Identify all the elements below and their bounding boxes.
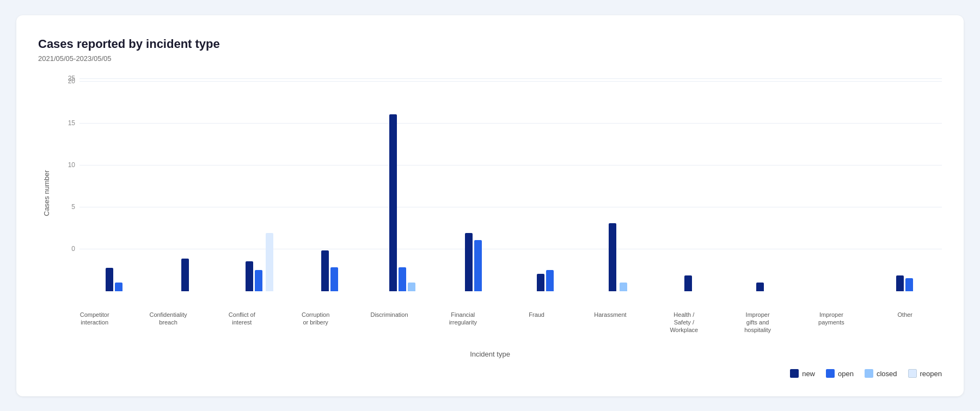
bar-open: [474, 240, 482, 291]
bars-area: [79, 79, 942, 308]
bar-group: [151, 259, 223, 291]
bar-group: [726, 283, 798, 291]
x-label: Confidentialitybreach: [131, 311, 205, 334]
x-labels: CompetitorinteractionConfidentialitybrea…: [58, 311, 942, 334]
x-label: Discrimination: [352, 311, 426, 334]
bar-group: [583, 223, 654, 291]
bar-group: [367, 114, 439, 291]
legend-item-closed: closed: [865, 369, 897, 378]
bar-group: [654, 275, 726, 291]
x-label: Competitorinteraction: [58, 311, 131, 334]
legend-label-reopen: reopen: [920, 370, 942, 378]
bar-new: [684, 275, 692, 291]
chart-subtitle: 2021/05/05-2023/05/05: [38, 54, 942, 63]
legend-label-new: new: [802, 370, 815, 378]
chart-inner: 2520151050: [60, 79, 942, 308]
legend-item-new: new: [790, 369, 815, 378]
legend-label-closed: closed: [877, 370, 897, 378]
legend-swatch-new: [790, 369, 799, 378]
y-tick-label: 5: [60, 204, 75, 210]
bar-open: [115, 283, 122, 291]
y-tick-label: 0: [60, 246, 75, 252]
x-label: Harassment: [573, 311, 647, 334]
chart-area: Cases number 2520151050: [38, 79, 942, 308]
x-label: Financialirregularity: [426, 311, 500, 334]
legend-item-reopen: reopen: [908, 369, 942, 378]
bar-new: [537, 274, 544, 291]
x-label: Conflict ofinterest: [205, 311, 279, 334]
legend-swatch-reopen: [908, 369, 917, 378]
y-tick-label: 15: [60, 120, 75, 126]
bar-group: [870, 275, 942, 291]
bar-new: [246, 261, 253, 291]
bar-new: [389, 114, 397, 291]
chart-title: Cases reported by incident type: [38, 37, 942, 51]
bar-closed: [620, 283, 627, 291]
x-axis-title: Incident type: [38, 350, 942, 358]
legend: newopenclosedreopen: [38, 369, 942, 378]
bar-open: [905, 278, 913, 291]
legend-swatch-closed: [865, 369, 873, 378]
bar-new: [181, 259, 189, 291]
x-label: Corruptionor bribery: [279, 311, 352, 334]
bar-new: [465, 233, 473, 291]
x-label: Improperpayments: [794, 311, 868, 334]
bar-new: [321, 250, 329, 291]
x-label: Health /Safety /Workplace: [647, 311, 721, 334]
bar-new: [106, 268, 113, 291]
x-label: Other: [868, 311, 942, 334]
bar-reopen: [266, 233, 273, 291]
bar-group: [79, 268, 151, 291]
legend-swatch-open: [826, 369, 835, 378]
bar-new: [896, 275, 904, 291]
legend-label-open: open: [838, 370, 854, 378]
bar-closed: [408, 283, 415, 291]
bar-group: [511, 270, 583, 291]
bar-open: [255, 270, 262, 291]
bar-new: [756, 283, 764, 291]
x-label: Fraud: [500, 311, 573, 334]
x-label: Impropergifts andhospitality: [721, 311, 794, 334]
y-tick-label: 20: [60, 78, 75, 84]
bar-open: [330, 267, 338, 291]
chart-container: Cases reported by incident type 2021/05/…: [16, 15, 964, 396]
bar-new: [609, 223, 616, 291]
legend-item-open: open: [826, 369, 854, 378]
bar-open: [399, 267, 406, 291]
y-axis-label: Cases number: [38, 79, 54, 308]
bar-group: [295, 250, 367, 291]
bar-group: [223, 233, 295, 291]
y-tick-label: 10: [60, 162, 75, 168]
bar-group: [439, 233, 511, 291]
bar-open: [546, 270, 554, 291]
